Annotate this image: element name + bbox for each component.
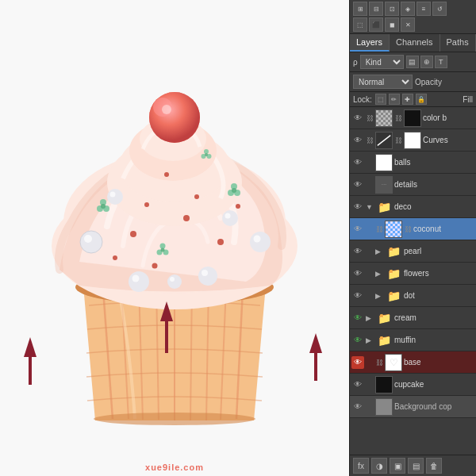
thumb2-curves (404, 132, 421, 149)
toolbar-icon-2[interactable]: ⊟ (369, 2, 383, 16)
layer-cupcake[interactable]: 👁 cupcake (350, 374, 476, 396)
svg-point-44 (254, 236, 261, 243)
layer-coconut[interactable]: 👁 ⛓ ⛓ coconut (350, 218, 476, 240)
panel-filter-row: ρ Kind ▤ ⊕ T (350, 52, 476, 72)
layer-color-b[interactable]: 👁 ⛓ ⛓ color b (350, 107, 476, 129)
layer-dot-group[interactable]: 👁 ▶ 📁 dot (350, 285, 476, 307)
toolbar-icon-9[interactable]: ◼ (385, 17, 399, 32)
toolbar-icon-10[interactable]: ✕ (401, 17, 415, 32)
filter-label: ρ (353, 58, 358, 67)
fill-label: Fill (463, 95, 473, 104)
eye-icon-background[interactable]: 👁 (351, 401, 364, 413)
layer-cream-group[interactable]: 👁 ▶ 📁 cream (350, 307, 476, 329)
eye-icon-curves[interactable]: 👁 (351, 134, 364, 147)
layer-name-details: details (394, 180, 474, 189)
eye-icon-base[interactable]: 👁 (351, 356, 364, 369)
layer-name-color-b: color b (423, 113, 474, 122)
panel-bottom-toolbar: fx ◑ ▣ ▤ 🗑 (350, 455, 476, 476)
thumb-pearl: 📁 (385, 243, 402, 260)
lock-all-btn[interactable]: 🔒 (416, 94, 427, 105)
layer-flowers-group[interactable]: 👁 ▶ 📁 flowers (350, 263, 476, 285)
eye-icon-cream[interactable]: 👁 (351, 312, 364, 324)
tab-channels[interactable]: Channels (390, 34, 440, 52)
layer-name-balls: balls (394, 158, 474, 167)
layer-name-pearl: pearl (404, 247, 474, 255)
layer-name-dot: dot (404, 291, 474, 300)
svg-point-12 (217, 239, 224, 245)
arrow-cream[interactable]: ▶ (366, 314, 374, 322)
panel-tabs: Layers Channels Paths (350, 34, 476, 52)
svg-point-54 (162, 105, 171, 114)
layer-name-cupcake: cupcake (394, 380, 474, 389)
layer-name-cream: cream (394, 313, 474, 322)
chain-curves: ⛓ (366, 136, 374, 144)
layer-base[interactable]: 👁 ⛓ ♡ base (350, 351, 476, 374)
toolbar-icon-5[interactable]: ≡ (416, 2, 431, 16)
fx-button[interactable]: fx (353, 458, 369, 474)
toolbar-icon-3[interactable]: ⊡ (385, 2, 399, 16)
eye-icon-muffin[interactable]: 👁 (351, 334, 364, 347)
svg-point-40 (132, 275, 140, 282)
blend-mode-select[interactable]: Normal (353, 75, 413, 89)
panel-toolbar: ⊞ ⊟ ⊡ ◈ ≡ ↺ ⬚ ⬛ ◼ ✕ (350, 0, 476, 34)
layer-details[interactable]: 👁 ··· details (350, 174, 476, 196)
svg-point-28 (160, 244, 166, 249)
svg-point-23 (101, 204, 106, 209)
delete-layer-button[interactable]: 🗑 (426, 458, 442, 474)
layers-panel: ⊞ ⊟ ⊡ ◈ ≡ ↺ ⬚ ⬛ ◼ ✕ Layers Channels Path… (349, 0, 476, 476)
svg-point-47 (222, 210, 238, 226)
group-button[interactable]: ▣ (390, 458, 405, 474)
eye-icon-deco[interactable]: 👁 (351, 201, 364, 213)
lock-paint-btn[interactable]: ✏ (389, 94, 400, 105)
adjustment-button[interactable]: ◑ (371, 458, 387, 474)
eye-icon-balls[interactable]: 👁 (351, 156, 364, 169)
toolbar-icon-4[interactable]: ◈ (401, 2, 415, 16)
filter-pixel-btn[interactable]: ▤ (406, 56, 419, 68)
lock-transparent-btn[interactable]: ⬚ (375, 94, 386, 105)
eye-icon-cupcake[interactable]: 👁 (351, 378, 364, 391)
chain-coconut: ⛓ (375, 225, 383, 233)
layers-list[interactable]: 👁 ⛓ ⛓ color b 👁 ⛓ ⛓ Curves (350, 107, 476, 455)
eye-icon-dot[interactable]: 👁 (351, 290, 364, 302)
layer-name-coconut: coconut (413, 225, 474, 233)
thumb-dot: 📁 (385, 287, 402, 305)
layer-pearl-group[interactable]: 👁 ▶ 📁 pearl (350, 240, 476, 263)
new-layer-button[interactable]: ▤ (408, 458, 424, 474)
tab-paths[interactable]: Paths (440, 34, 476, 52)
layer-balls[interactable]: 👁 balls (350, 152, 476, 174)
svg-point-37 (84, 235, 92, 243)
toolbar-icon-8[interactable]: ⬛ (369, 17, 383, 32)
layer-curves[interactable]: 👁 ⛓ ⛓ Curves (350, 129, 476, 152)
eye-icon-pearl[interactable]: 👁 (351, 245, 364, 258)
kind-select[interactable]: Kind (360, 55, 404, 69)
eye-icon-color-b[interactable]: 👁 (351, 112, 364, 125)
layer-background[interactable]: 👁 Background cop (350, 396, 476, 418)
eye-icon-flowers[interactable]: 👁 (351, 267, 364, 280)
svg-point-46 (110, 192, 116, 198)
svg-point-31 (161, 248, 165, 252)
eye-icon-details[interactable]: 👁 (351, 178, 364, 191)
arrow-dot[interactable]: ▶ (375, 292, 383, 300)
layer-deco-group[interactable]: 👁 ▼ 📁 deco (350, 196, 476, 218)
thumb-deco: 📁 (375, 198, 393, 216)
arrow-flowers[interactable]: ▶ (375, 270, 383, 278)
arrow-muffin[interactable]: ▶ (366, 336, 374, 344)
toolbar-icon-1[interactable]: ⊞ (353, 2, 367, 16)
thumb-details: ··· (375, 176, 393, 194)
arrow-pearl[interactable]: ▶ (375, 248, 383, 255)
svg-point-1 (94, 413, 255, 425)
lock-move-btn[interactable]: ✚ (402, 94, 413, 105)
filter-adj-btn[interactable]: ⊕ (420, 56, 433, 68)
toolbar-icon-6[interactable]: ↺ (432, 2, 447, 16)
svg-point-10 (130, 231, 136, 237)
toolbar-icon-7[interactable]: ⬚ (353, 17, 367, 32)
tab-layers[interactable]: Layers (350, 34, 390, 52)
filter-text-btn[interactable]: T (435, 56, 447, 68)
eye-icon-coconut[interactable]: 👁 (351, 223, 364, 236)
chain-color-b: ⛓ (366, 114, 374, 122)
layer-muffin-group[interactable]: 👁 ▶ 📁 muffin (350, 329, 476, 351)
svg-point-17 (164, 172, 169, 177)
arrow-deco[interactable]: ▼ (366, 203, 374, 211)
layer-name-deco: deco (394, 202, 474, 211)
svg-point-18 (194, 194, 199, 199)
